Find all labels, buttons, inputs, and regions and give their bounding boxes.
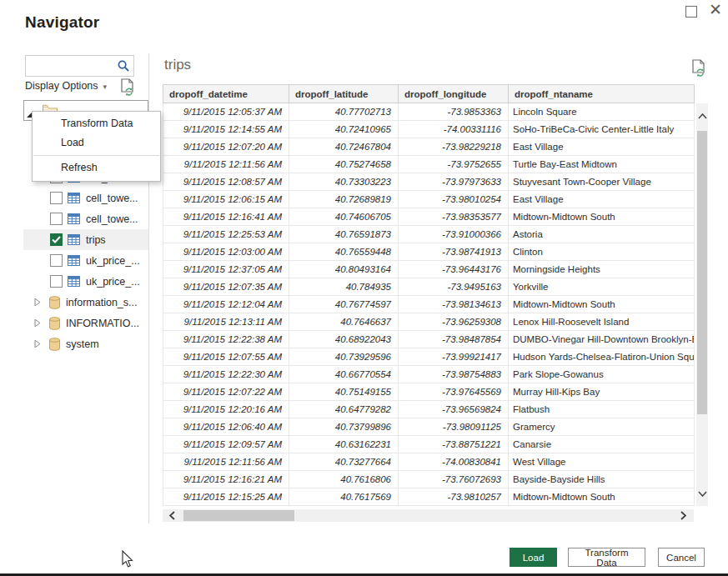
checkbox-unchecked-icon[interactable] <box>50 254 63 267</box>
table-cell: -73.98091125 <box>399 418 509 436</box>
load-button[interactable]: Load <box>510 548 557 567</box>
table-cell: 9/11/2015 12:16:41 AM <box>163 208 289 226</box>
table-cell: 40.7646637 <box>289 313 399 331</box>
scroll-down-icon[interactable] <box>697 488 707 499</box>
tree-item-label: trips <box>86 234 106 246</box>
checkbox-unchecked-icon[interactable] <box>50 192 63 204</box>
scroll-up-icon[interactable] <box>697 110 707 122</box>
menu-item-transform-data[interactable]: Transform Data <box>33 114 160 133</box>
tree-item-uk-price[interactable]: uk_price_... <box>23 250 148 271</box>
tree-item-cell-towe[interactable]: cell_towe... <box>23 188 148 208</box>
table-cell: -73.88751221 <box>399 436 509 453</box>
table-row: 9/11/2015 12:07:22 AM40.75149155-73.9764… <box>163 383 695 401</box>
tree-item-cell-towe[interactable]: cell_towe... <box>23 208 148 229</box>
refresh-preview-icon[interactable] <box>692 59 706 80</box>
vertical-scrollbar[interactable] <box>696 103 708 506</box>
tree-item-label: uk_price_... <box>86 255 140 267</box>
search-input[interactable] <box>29 58 116 74</box>
display-options-label: Display Options <box>25 80 98 92</box>
table-cell: Morningside Heights <box>509 261 695 278</box>
table-cell: 9/11/2015 12:16:21 AM <box>163 471 289 488</box>
navigator-tree: cell_towe...cell_towe...cell_towe...trip… <box>23 167 148 354</box>
table-cell: -73.97973633 <box>399 173 509 191</box>
horizontal-scroll-thumb[interactable] <box>183 510 294 521</box>
scroll-left-icon[interactable] <box>166 510 178 521</box>
expand-chevron-icon[interactable] <box>34 318 42 328</box>
table-cell: 40.7616806 <box>289 471 399 488</box>
table-cell: 9/11/2015 12:13:11 AM <box>163 313 289 331</box>
tree-item-label: system <box>66 338 99 350</box>
preview-table: dropoff_datetimedropoff_latitudedropoff_… <box>163 84 695 506</box>
table-cell: 40.784935 <box>289 278 399 296</box>
table-cell: Stuyvesant Town-Cooper Village <box>509 173 695 191</box>
search-icon <box>118 60 129 75</box>
close-icon[interactable]: ✕ <box>709 1 722 19</box>
expand-chevron-icon[interactable] <box>34 339 42 348</box>
table-cell: -74.00331116 <box>399 121 509 138</box>
horizontal-scrollbar[interactable] <box>163 509 694 522</box>
table-cell: 40.73303223 <box>289 173 399 191</box>
table-row: 9/11/2015 12:09:57 AM40.63162231-73.8875… <box>163 436 695 453</box>
table-cell: -73.9853363 <box>399 103 509 121</box>
table-cell: 40.66770554 <box>289 366 399 383</box>
table-cell: 40.76559448 <box>289 243 399 261</box>
table-icon <box>68 255 80 266</box>
tree-item-information-s[interactable]: information_s... <box>23 292 148 313</box>
table-cell: 40.72410965 <box>289 121 399 138</box>
table-cell: 40.63162231 <box>289 436 399 453</box>
table-row: 9/11/2015 12:11:56 AM40.73277664-74.0083… <box>163 453 695 471</box>
table-cell: 40.77702713 <box>289 103 399 121</box>
tree-item-informatio[interactable]: INFORMATIO... <box>23 313 148 333</box>
checkbox-unchecked-icon[interactable] <box>50 213 63 225</box>
table-cell: Murray Hill-Kips Bay <box>509 383 695 401</box>
table-cell: Hudson Yards-Chelsea-Flatiron-Union Squa… <box>509 348 695 366</box>
dialog-title: Navigator <box>25 13 99 32</box>
table-header-cell: dropoff_ntaname <box>509 85 695 103</box>
table-cell: -73.9810257 <box>399 488 509 506</box>
table-cell: 40.73799896 <box>289 418 399 436</box>
table-cell: 9/11/2015 12:22:30 AM <box>163 366 289 383</box>
display-options-dropdown[interactable]: Display Options▾ <box>25 80 107 92</box>
table-cell: -73.96443176 <box>399 261 509 278</box>
preview-table-title: trips <box>164 57 191 73</box>
table-cell: Turtle Bay-East Midtown <box>509 156 695 173</box>
table-cell: Flatbush <box>509 401 695 418</box>
scroll-right-icon[interactable] <box>677 510 689 521</box>
checkbox-unchecked-icon[interactable] <box>50 275 63 288</box>
refresh-preview-icon[interactable] <box>121 78 135 99</box>
table-cell: -73.96569824 <box>399 401 509 418</box>
table-cell: West Village <box>509 453 695 471</box>
checkbox-checked-icon[interactable] <box>50 233 63 246</box>
table-cell: 40.72467804 <box>289 138 399 156</box>
table-cell: -73.98134613 <box>399 296 509 313</box>
cancel-button[interactable]: Cancel <box>658 548 705 567</box>
table-row: 9/11/2015 12:03:00 AM40.76559448-73.9874… <box>163 243 695 261</box>
table-cell: Clinton <box>509 243 695 261</box>
tree-item-trips[interactable]: trips <box>23 229 148 250</box>
menu-item-refresh[interactable]: Refresh <box>33 158 160 178</box>
search-box[interactable] <box>25 55 134 77</box>
tree-item-uk-price[interactable]: uk_price_... <box>23 271 148 292</box>
table-cell: Canarsie <box>509 436 695 453</box>
database-icon <box>49 296 60 309</box>
menu-item-load[interactable]: Load <box>33 133 160 153</box>
table-cell: 40.75149155 <box>289 383 399 401</box>
table-row: 9/11/2015 12:12:04 AM40.76774597-73.9813… <box>163 296 695 313</box>
table-icon <box>68 276 80 287</box>
table-cell: -73.98010254 <box>399 191 509 208</box>
table-cell: 9/11/2015 12:09:57 AM <box>163 436 289 453</box>
table-cell: Astoria <box>509 226 695 243</box>
expand-chevron-icon[interactable] <box>34 298 42 307</box>
tree-item-system[interactable]: system <box>23 333 148 354</box>
restore-icon[interactable] <box>685 6 697 18</box>
vertical-scroll-thumb[interactable] <box>697 131 707 414</box>
table-cell: -73.98487854 <box>399 331 509 348</box>
table-cell: -73.9752655 <box>399 156 509 173</box>
table-cell: Gramercy <box>509 418 695 436</box>
table-cell: -73.98229218 <box>399 138 509 156</box>
table-cell: 9/11/2015 12:15:25 AM <box>163 488 289 506</box>
navigator-dialog: Navigator ✕ Display Options▾ cell_towe..… <box>0 0 728 576</box>
transform-data-button[interactable]: Transform Data <box>568 548 645 567</box>
table-row: 9/11/2015 12:07:55 AM40.73929596-73.9992… <box>163 348 695 366</box>
table-cell: -73.9495163 <box>399 278 509 296</box>
